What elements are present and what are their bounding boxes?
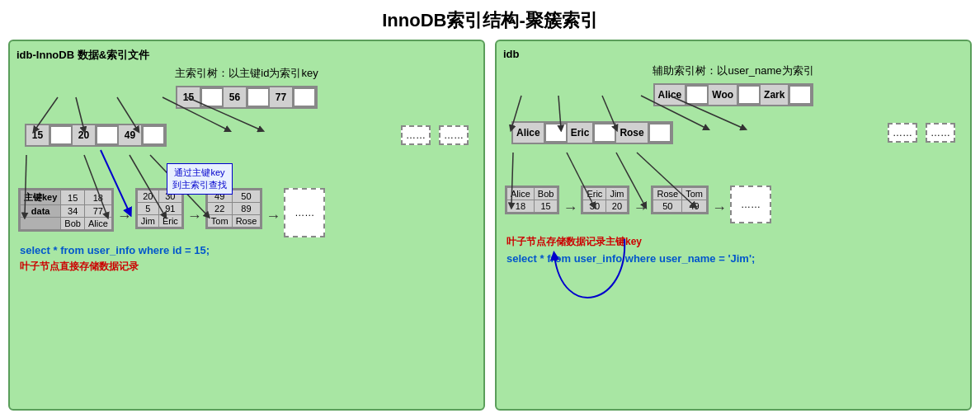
right-l2-dashed1: ……: [888, 123, 917, 143]
right-leaf-3: RoseTom 5049: [651, 186, 708, 214]
left-l2-w1: [49, 125, 73, 145]
right-root-n3: Zark: [761, 85, 789, 105]
left-l2-dashed1: ……: [401, 125, 431, 145]
left-root-n2: 56: [224, 87, 247, 107]
right-diagram: idb 辅助索引树：以user_name为索引 Alice Woo Zark A…: [495, 40, 972, 411]
right-l2-w1: [544, 123, 568, 143]
right-diagram-label: idb: [503, 48, 964, 60]
right-root-w2: [737, 85, 761, 105]
right-root-w3: [789, 85, 812, 105]
right-leaf-note: 叶子节点存储数据记录主键key: [506, 235, 964, 249]
left-select-query: select * from user_info where id = 15;: [20, 244, 477, 256]
left-leaf-arrow-1: →: [117, 208, 132, 225]
right-leaf-1: AliceBob 1815: [505, 186, 559, 214]
left-diagram: idb-InnoDB 数据&索引文件 主索引树：以主键id为索引key 15 5…: [8, 40, 485, 411]
right-l2-dashed2: ……: [926, 123, 955, 143]
left-root-w2: [247, 87, 270, 107]
right-l2-node: Alice Eric Rose: [511, 121, 673, 144]
left-l2-n3: 49: [119, 125, 142, 145]
right-leaf-arrow-1: →: [563, 200, 577, 217]
left-root-n1: 15: [177, 87, 200, 107]
left-diagram-label: idb-InnoDB 数据&索引文件: [16, 48, 477, 63]
left-leaf-arrow-3: →: [266, 208, 280, 225]
right-root-w1: [686, 85, 709, 105]
left-leaf-note: 叶子节点直接存储数据记录: [20, 260, 477, 274]
right-l2-n3: Rose: [616, 123, 648, 143]
right-leaf-2: EricJim 3020: [581, 186, 629, 214]
right-tree-title: 辅助索引树：以user_name为索引: [503, 63, 964, 78]
right-l2-w2: [593, 123, 616, 143]
left-annotation: 通过主键key到主索引查找: [167, 163, 233, 195]
right-l2-n2: Eric: [568, 123, 594, 143]
left-l2-left: 15 20 49: [25, 124, 167, 147]
left-leaf-arrow-2: →: [187, 208, 202, 225]
left-root-w1: [200, 87, 224, 107]
left-root-node: 15 56 77: [176, 86, 318, 109]
right-leaf-arrow-2: →: [633, 200, 648, 217]
left-l2-w3: [142, 125, 165, 145]
right-l2-w3: [648, 123, 671, 143]
diagrams-row: idb-InnoDB 数据&索引文件 主索引树：以主键id为索引key 15 5…: [0, 40, 980, 411]
page-title: InnoDB索引结构-聚簇索引: [0, 0, 980, 40]
right-leaf-arrow-3: →: [712, 200, 727, 217]
right-leaf-dashed: ……: [730, 186, 771, 223]
left-root-w3: [293, 87, 316, 107]
left-root-n3: 77: [270, 87, 293, 107]
left-l2-dashed2: ……: [439, 125, 469, 145]
left-l2-w2: [96, 125, 119, 145]
right-root-node: Alice Woo Zark: [653, 83, 814, 106]
right-root-n1: Alice: [655, 85, 686, 105]
left-l2-n1: 15: [26, 125, 49, 145]
right-l2-n1: Alice: [513, 123, 544, 143]
right-root-n2: Woo: [709, 85, 737, 105]
left-leaf-1: 主键key 1518 data 3477 BobAlice: [18, 188, 114, 232]
left-leaf-dashed: ……: [284, 188, 325, 237]
left-l2-n2: 20: [73, 125, 96, 145]
right-select-query: select * from user_info where user_name …: [506, 252, 964, 265]
left-tree-title: 主索引树：以主键id为索引key: [16, 66, 477, 81]
